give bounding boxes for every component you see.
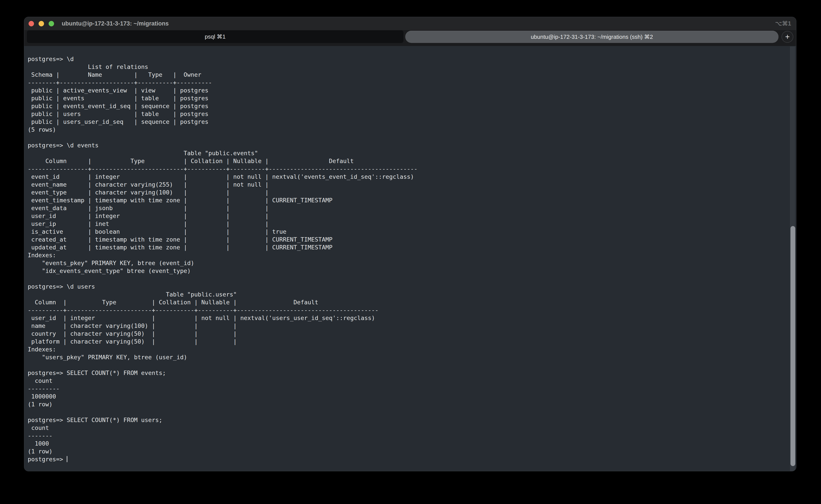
desktop: ubuntu@ip-172-31-3-173: ~/migrations ⌥⌘1… [0,0,821,504]
prompt-line: postgres=> [28,455,796,463]
terminal-output: postgres=> \d List of relations Schema |… [28,55,796,455]
window-controls [29,17,54,30]
new-tab-button[interactable]: + [782,31,793,43]
zoom-button[interactable] [49,21,54,26]
tab-ssh-label: ubuntu@ip-172-31-3-173: ~/migrations (ss… [531,34,653,40]
terminal-window: ubuntu@ip-172-31-3-173: ~/migrations ⌥⌘1… [24,17,796,471]
close-button[interactable] [29,21,34,26]
tab-psql-label: psql ⌘1 [205,33,225,40]
tab-ssh[interactable]: ubuntu@ip-172-31-3-173: ~/migrations (ss… [405,31,778,43]
titlebar[interactable]: ubuntu@ip-172-31-3-173: ~/migrations ⌥⌘1 [24,17,796,30]
minimize-button[interactable] [39,21,44,26]
scrollbar-thumb[interactable] [790,226,795,466]
text-cursor [67,456,67,462]
prompt-text: postgres=> [28,456,67,463]
tab-psql[interactable]: psql ⌘1 [27,30,404,43]
terminal-screen[interactable]: postgres=> \d List of relations Schema |… [24,46,796,471]
window-shortcut-hint: ⌥⌘1 [775,17,791,30]
tab-bar: psql ⌘1 ubuntu@ip-172-31-3-173: ~/migrat… [24,30,796,46]
window-title: ubuntu@ip-172-31-3-173: ~/migrations [62,20,169,27]
